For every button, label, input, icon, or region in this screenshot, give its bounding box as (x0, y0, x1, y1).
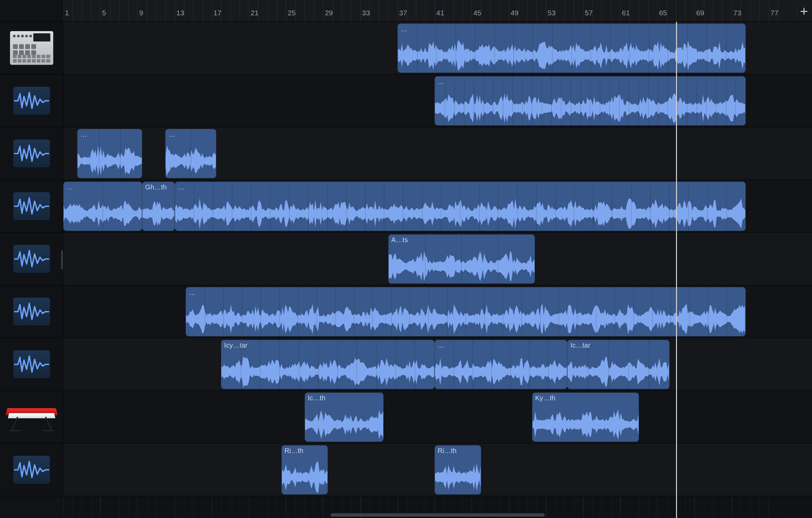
audio-region[interactable]: … (435, 340, 567, 389)
region-label: Icy…tar (224, 341, 248, 349)
track-header[interactable] (0, 391, 63, 444)
horizontal-scrollbar[interactable] (331, 513, 545, 517)
track-header[interactable] (0, 180, 63, 233)
audio-wave-icon (13, 192, 50, 220)
ruler-bar-label: 37 (399, 9, 407, 17)
audio-region[interactable]: Ky…th (532, 392, 639, 442)
track-header[interactable] (0, 444, 63, 496)
audio-region[interactable]: … (435, 76, 746, 126)
ruler-tick (230, 0, 231, 21)
ruler-bar-label: 45 (473, 9, 481, 17)
region-waveform (435, 355, 567, 389)
audio-wave-icon (13, 245, 50, 273)
ruler-tick (342, 0, 342, 21)
ruler-tick (657, 0, 658, 21)
ruler-tick (100, 0, 101, 21)
track-header[interactable] (0, 285, 63, 338)
keyboard-icon (4, 400, 59, 434)
ruler-tick (574, 0, 574, 21)
timeline-ruler[interactable]: 1591317212529333741454953576165697377 + (63, 0, 812, 22)
audio-region[interactable]: Ic…tar (567, 340, 669, 389)
ruler-tick (370, 0, 370, 21)
audio-region[interactable]: A…ts (388, 234, 535, 284)
svg-marker-9 (221, 356, 434, 387)
ruler-bar-label: 9 (139, 9, 143, 17)
region-label: Ky…th (535, 394, 556, 402)
ruler-tick (518, 0, 519, 21)
ruler-tick (286, 0, 286, 21)
ruler-tick (732, 0, 732, 21)
ruler-tick (305, 0, 305, 21)
ruler-tick (629, 0, 630, 21)
ruler-tick (694, 0, 695, 21)
ruler-tick (444, 0, 444, 21)
ruler-bar-label: 61 (622, 9, 630, 17)
ruler-tick (314, 0, 314, 21)
audio-region[interactable]: Ri…th (435, 445, 481, 495)
ruler-tick (425, 0, 426, 21)
ruler-tick (333, 0, 333, 21)
ruler-tick (221, 0, 221, 21)
region-label: A…ts (391, 236, 408, 244)
audio-region[interactable]: … (165, 129, 216, 178)
svg-marker-12 (305, 410, 383, 439)
audio-region[interactable]: Icy…tar (221, 340, 435, 389)
audio-region[interactable]: … (63, 182, 142, 231)
region-label: Ic…th (308, 394, 325, 402)
ruler-tick (249, 0, 249, 21)
ruler-bar-label: 65 (659, 9, 667, 17)
track-header[interactable] (0, 74, 63, 127)
track-header[interactable] (0, 22, 63, 74)
ruler-bar-label: 17 (214, 9, 221, 17)
track-headers-column (0, 22, 63, 518)
ruler-bar-label: 29 (325, 9, 333, 17)
region-waveform (305, 407, 383, 441)
audio-region[interactable]: … (77, 129, 142, 178)
ruler-bar-label: 49 (510, 9, 518, 17)
ruler-tick (295, 0, 296, 21)
ruler-tick (156, 0, 156, 21)
ruler-bar-label: 33 (362, 9, 370, 17)
add-track-button[interactable]: + (796, 5, 809, 18)
ruler-tick (500, 0, 500, 21)
ruler-tick (110, 0, 110, 21)
ruler-tick (778, 0, 778, 21)
audio-region[interactable]: Gh…th (142, 182, 175, 231)
ruler-tick (555, 0, 556, 21)
ruler-tick (175, 0, 175, 21)
region-waveform (435, 460, 481, 494)
audio-region[interactable]: … (397, 23, 746, 73)
svg-marker-15 (435, 464, 481, 491)
track-header[interactable] (0, 127, 63, 180)
ruler-bar-label: 1 (65, 9, 69, 17)
region-label: … (438, 78, 444, 86)
audio-region[interactable]: … (175, 182, 746, 231)
audio-region[interactable]: Ic…th (305, 392, 384, 442)
region-waveform (568, 355, 669, 389)
ruler-tick (360, 0, 361, 21)
ruler-tick (379, 0, 379, 21)
region-label: … (189, 289, 196, 297)
ruler-tick (639, 0, 639, 21)
audio-region[interactable]: … (186, 287, 745, 336)
ruler-tick (462, 0, 463, 21)
ruler-tick (509, 0, 509, 21)
audio-wave-icon (13, 86, 50, 115)
arrangement-grid[interactable]: ……………Gh…th…A…ts…Icy…tar…Ic…tarIc…thKy…th… (63, 22, 812, 518)
track-header[interactable] (0, 338, 63, 391)
ruler-tick (648, 0, 648, 21)
ruler-tick (713, 0, 713, 21)
region-label: … (438, 341, 444, 349)
region-waveform (78, 144, 142, 178)
ruler-tick (760, 0, 760, 21)
ruler-tick (537, 0, 537, 21)
region-waveform (282, 460, 328, 494)
ruler-tick (165, 0, 166, 21)
ruler-tick (193, 0, 193, 21)
audio-region[interactable]: Ri…th (282, 445, 328, 495)
track-row[interactable] (63, 391, 812, 444)
region-label: … (80, 131, 87, 138)
track-header[interactable] (0, 233, 63, 285)
ruler-tick (268, 0, 268, 21)
ruler-tick (72, 0, 73, 21)
